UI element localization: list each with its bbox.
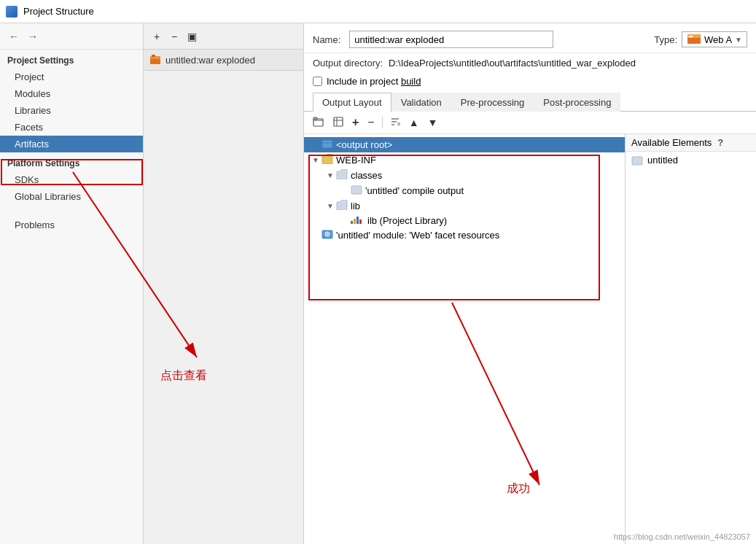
tab-post-processing[interactable]: Post-processing	[534, 93, 620, 112]
web-inf-label: WEB-INF	[336, 155, 376, 166]
split-content: <output root> ▼ WEB-INF ▼	[304, 134, 756, 544]
tree-node-classes[interactable]: ▼ classes	[304, 168, 625, 183]
tree-node-module-web[interactable]: 'untitled' module: 'Web' facet resources	[304, 228, 625, 243]
tree-node-web-inf[interactable]: ▼ WEB-INF	[304, 152, 625, 168]
sidebar-item-facets[interactable]: Facets	[0, 119, 143, 136]
ilb-icon	[351, 215, 365, 226]
artifact-entry[interactable]: untitled:war exploded	[144, 50, 303, 71]
tree-node-lib[interactable]: ▼ lib	[304, 198, 625, 214]
module-web-label: 'untitled' module: 'Web' facet resources	[336, 230, 499, 241]
add-item-button[interactable]: +	[349, 114, 362, 131]
sidebar-item-libraries[interactable]: Libraries	[0, 102, 143, 119]
svg-rect-9	[334, 117, 343, 126]
svg-rect-23	[632, 157, 642, 165]
type-value: Web A	[704, 34, 732, 45]
remove-item-button[interactable]: −	[365, 114, 377, 131]
available-elements-header: Available Elements ?	[626, 134, 756, 152]
toolbar-separator	[382, 117, 383, 128]
name-input[interactable]	[349, 31, 553, 48]
artifact-name: untitled:war exploded	[165, 55, 255, 66]
copy-artifact-button[interactable]: ▣	[184, 29, 200, 44]
include-label: Include in project build	[327, 76, 421, 87]
ilb-label: ilb (Project Library)	[367, 215, 447, 226]
sort-button[interactable]: a	[387, 115, 403, 131]
type-section: Type: Web A ▼	[654, 31, 747, 47]
svg-rect-16	[322, 140, 332, 148]
svg-rect-2	[152, 55, 155, 57]
show-content-button[interactable]	[330, 115, 346, 131]
svg-text:a: a	[397, 121, 400, 126]
add-artifact-button[interactable]: +	[149, 29, 164, 44]
remove-artifact-button[interactable]: −	[167, 29, 182, 44]
sidebar-item-artifacts[interactable]: Artifacts	[0, 136, 143, 152]
app-icon	[6, 6, 17, 18]
move-up-button[interactable]: ▲	[406, 115, 422, 130]
watermark: https://blog.csdn.net/weixin_44823057	[614, 532, 750, 541]
name-label: Name:	[313, 34, 340, 45]
lib-label: lib	[351, 201, 360, 211]
output-dir-value: D:\IdeaProjects\untitled\out\artifacts\u…	[389, 58, 636, 69]
window-title: Project Structure	[23, 6, 94, 17]
sidebar: ← → Project Settings Project Modules Lib…	[0, 23, 144, 544]
artifact-tabs: + − ▣ untitled:war exploded	[144, 23, 304, 544]
compile-output-icon	[351, 184, 362, 197]
tree-area: <output root> ▼ WEB-INF ▼	[304, 134, 625, 544]
tab-pre-processing[interactable]: Pre-processing	[451, 93, 534, 112]
tab-output-layout[interactable]: Output Layout	[313, 93, 391, 112]
annotation-click-to-view: 点击查看	[160, 368, 207, 384]
output-dir-row: Output directory: D:\IdeaProjects\untitl…	[304, 53, 756, 73]
compile-output-label: 'untitled' compile output	[365, 185, 464, 196]
forward-button[interactable]: →	[25, 29, 41, 44]
svg-rect-8	[313, 117, 317, 120]
svg-rect-1	[150, 56, 160, 59]
move-down-button[interactable]: ▼	[425, 115, 441, 130]
include-row: Include in project build	[304, 73, 756, 93]
title-bar: Project Structure	[0, 0, 756, 23]
nav-bar: ← →	[0, 23, 143, 50]
tree-node-compile-output[interactable]: 'untitled' compile output	[304, 183, 625, 198]
tree-node-ilb[interactable]: ilb (Project Library)	[304, 214, 625, 228]
web-inf-icon	[322, 154, 333, 166]
platform-settings-header: Platform Settings	[0, 152, 143, 171]
tab-validation[interactable]: Validation	[391, 93, 451, 112]
artifact-icon	[149, 54, 161, 66]
classes-label: classes	[351, 170, 382, 181]
svg-rect-18	[351, 186, 362, 194]
type-label: Type:	[654, 34, 677, 45]
annotation-success: 成功	[507, 481, 530, 497]
back-button[interactable]: ←	[6, 29, 22, 44]
include-checkbox[interactable]	[313, 77, 322, 86]
classes-icon	[336, 169, 348, 182]
layout-toolbar: + − a ▲ ▼	[304, 112, 756, 134]
available-help-icon: ?	[717, 137, 723, 148]
web-app-icon	[687, 34, 701, 45]
sidebar-item-global-libraries[interactable]: Global Libraries	[0, 188, 143, 205]
type-dropdown[interactable]: Web A ▼	[682, 31, 747, 47]
project-settings-header: Project Settings	[0, 50, 143, 69]
main-layout: ← → Project Settings Project Modules Lib…	[0, 23, 756, 544]
name-type-row: Name: Type: Web A ▼	[304, 23, 756, 53]
available-item-untitled[interactable]: untitled	[626, 152, 756, 168]
sidebar-item-problems[interactable]: Problems	[0, 217, 143, 233]
lib-icon	[336, 200, 348, 212]
sidebar-item-project[interactable]: Project	[0, 69, 143, 85]
available-elements: Available Elements ? untitled	[625, 134, 756, 544]
right-panel: Name: Type: Web A ▼ Output directory:	[304, 23, 756, 544]
artifact-toolbar: + − ▣	[144, 23, 303, 50]
svg-point-5	[689, 36, 691, 38]
sidebar-item-modules[interactable]: Modules	[0, 85, 143, 102]
output-tabs: Output Layout Validation Pre-processing …	[304, 93, 756, 112]
module-web-icon	[322, 229, 333, 241]
create-dir-button[interactable]	[310, 115, 327, 131]
svg-point-6	[691, 36, 693, 38]
sidebar-item-sdks[interactable]: SDKs	[0, 171, 143, 188]
output-root-label: <output root>	[336, 139, 392, 150]
tree-node-output-root[interactable]: <output root>	[304, 137, 625, 152]
module-icon	[631, 155, 643, 166]
output-dir-label: Output directory:	[313, 58, 383, 69]
output-root-icon	[322, 139, 333, 151]
